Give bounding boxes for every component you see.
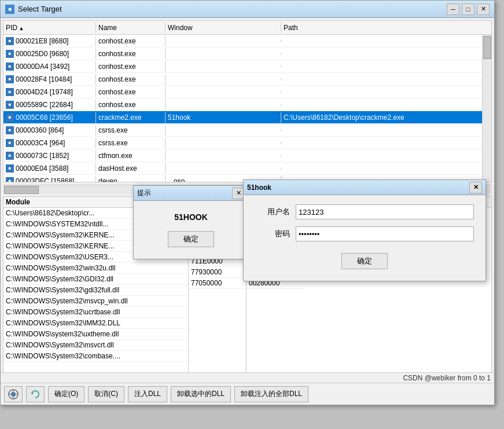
process-window — [165, 167, 281, 170]
pid-text: 0005589C [22684] — [16, 101, 73, 109]
process-name: csrss.exe — [96, 125, 165, 135]
icon-btn-1[interactable] — [4, 386, 23, 402]
table-row[interactable]: ■00004D24 [19748]conhost.exe — [3, 86, 491, 98]
pid-text: 000028F4 [10484] — [16, 75, 72, 83]
unload-all-button[interactable]: 卸载注入的全部DLL — [234, 386, 308, 402]
password-input[interactable] — [296, 226, 474, 241]
table-header: PID Name Window Path — [3, 21, 491, 35]
maximize-button[interactable]: □ — [462, 3, 474, 15]
process-name: conhost.exe — [96, 61, 165, 72]
scrollbar-thumb[interactable] — [483, 36, 491, 59]
process-path — [281, 65, 491, 68]
login-ok-area: 确定 — [255, 248, 474, 272]
login-ok-button[interactable]: 确定 — [341, 253, 388, 269]
module-path: C:\WINDOWS\System32\combase.... — [3, 351, 188, 362]
process-icon: ■ — [6, 63, 14, 71]
pid-text: 000003C4 [964] — [16, 139, 65, 147]
process-list[interactable]: ■000021E8 [8680]conhost.exe■000025D0 [96… — [3, 35, 491, 182]
table-row[interactable]: ■000025D0 [9680]conhost.exe — [3, 47, 491, 60]
process-name: crackme2.exe — [96, 112, 165, 123]
inject-dll-button[interactable]: 注入DLL — [128, 386, 167, 402]
pid-text: 00004D24 [19748] — [16, 88, 73, 96]
process-icon: ■ — [6, 164, 14, 173]
process-table: PID Name Window Path ■000021E8 [8680]con… — [3, 20, 492, 182]
vertical-scrollbar[interactable] — [482, 35, 491, 182]
table-row[interactable]: ■00000DA4 [3492]conhost.exe — [3, 60, 491, 73]
status-bar: CSDN @webiker from 0 to 1 — [1, 372, 494, 383]
module-path: C:\WINDOWS\System32\ucrtbase.dll — [3, 307, 188, 318]
process-window: 51hook — [165, 112, 281, 123]
process-icon: ■ — [6, 152, 14, 160]
pid-text: 000021E8 [8680] — [16, 37, 68, 45]
window-title: Select Target — [18, 5, 447, 13]
pid-text: 00000E04 [3588] — [16, 164, 68, 173]
process-path: C:\Users\86182\Desktop\crackme2.exe — [281, 112, 491, 123]
process-icon: ■ — [6, 101, 14, 109]
process-icon: ■ — [6, 50, 14, 58]
process-name: conhost.exe — [96, 74, 165, 85]
table-row[interactable]: ■000003C4 [964]csrss.exe — [3, 137, 491, 149]
module-addr1: 77930000 — [189, 267, 246, 278]
table-row[interactable]: ■00005C68 [23656]crackme2.exe51hookC:\Us… — [3, 111, 491, 124]
process-icon: ■ — [6, 88, 14, 96]
process-icon: ■ — [6, 37, 14, 45]
login-title-text: 51hook — [247, 184, 469, 192]
header-pid[interactable]: PID — [3, 23, 96, 33]
pid-text: 00003DFC [15868] — [16, 177, 74, 183]
cancel-button[interactable]: 取消(C) — [88, 386, 124, 402]
title-bar: ■ Select Target ─ □ ✕ — [1, 1, 494, 18]
process-icon: ■ — [6, 139, 14, 147]
pid-text: 00005C68 [23656] — [16, 113, 73, 122]
module-path: C:\WINDOWS\System32\msvcrt.dll — [3, 340, 188, 351]
process-name: conhost.exe — [96, 87, 165, 97]
module-path: C:\WINDOWS\system32\uxtheme.dll — [3, 329, 188, 340]
process-name: dasHost.exe — [96, 163, 165, 174]
process-window — [165, 53, 281, 55]
prompt-message: 51HOOK — [143, 212, 239, 222]
process-path — [281, 78, 491, 80]
minimize-button[interactable]: ─ — [447, 3, 459, 15]
process-name: csrss.exe — [96, 138, 165, 148]
module-path: C:\WINDOWS\System32\IMM32.DLL — [3, 318, 188, 329]
process-window — [165, 104, 281, 106]
login-close-button[interactable]: ✕ — [469, 182, 482, 193]
header-path[interactable]: Path — [281, 23, 491, 33]
process-window — [165, 142, 281, 144]
process-window — [165, 78, 281, 80]
process-path — [281, 142, 491, 144]
module-path: C:\WINDOWS\System32\gdi32full.dll — [3, 285, 188, 296]
login-dialog: 51hook ✕ 用户名 密码 确定 — [243, 179, 486, 281]
process-window — [165, 40, 281, 42]
table-row[interactable]: ■00000360 [864]csrss.exe — [3, 124, 491, 137]
username-row: 用户名 — [255, 204, 474, 219]
unload-selected-button[interactable]: 卸载选中的DLL — [171, 386, 231, 402]
username-label: 用户名 — [255, 207, 290, 217]
process-path — [281, 155, 491, 157]
username-input[interactable] — [296, 204, 474, 219]
process-name: deven... — [96, 176, 165, 183]
module-addr1: 77050000 — [189, 278, 246, 289]
module-path: C:\WINDOWS\System32\GDI32.dll — [3, 274, 188, 285]
prompt-ok-button[interactable]: 确定 — [168, 231, 214, 247]
prompt-body: 51HOOK 确定 — [134, 201, 248, 259]
process-name: ctfmon.exe — [96, 151, 165, 161]
header-name[interactable]: Name — [96, 23, 165, 33]
table-row[interactable]: ■0000073C [1852]ctfmon.exe — [3, 149, 491, 162]
process-name: conhost.exe — [96, 100, 165, 110]
process-path — [281, 167, 491, 170]
table-row[interactable]: ■000021E8 [8680]conhost.exe — [3, 35, 491, 47]
table-row[interactable]: ■000028F4 [10484]conhost.exe — [3, 73, 491, 86]
prompt-title-bar: 提示 ✕ — [134, 186, 248, 201]
process-icon: ■ — [6, 126, 14, 134]
close-button[interactable]: ✕ — [477, 3, 490, 15]
refresh-button[interactable] — [26, 386, 45, 402]
table-row[interactable]: ■0005589C [22684]conhost.exe — [3, 98, 491, 111]
process-path — [281, 91, 491, 93]
process-icon: ■ — [6, 177, 14, 183]
confirm-button[interactable]: 确定(O) — [48, 386, 84, 402]
header-window[interactable]: Window — [165, 23, 281, 33]
table-row[interactable]: ■00000E04 [3588]dasHost.exe — [3, 162, 491, 175]
h-scrollbar-thumb[interactable] — [4, 186, 39, 194]
app-icon: ■ — [5, 5, 14, 14]
process-path — [281, 129, 491, 131]
